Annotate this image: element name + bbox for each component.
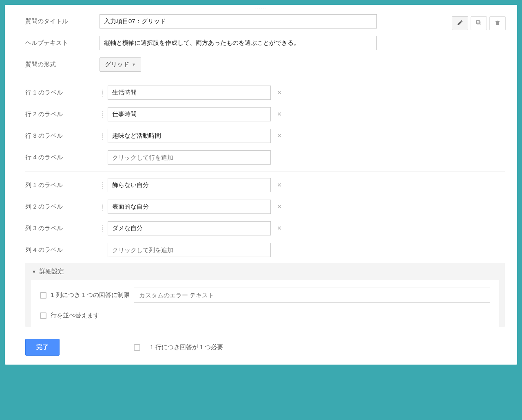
question-type-value: グリッド [105,61,129,68]
col1-label: 列 1 のラベル [25,181,100,189]
shuffle-label: 行を並べ替えます [51,312,100,319]
drag-handle-icon[interactable]: ⋮⋮⋮⋮ [100,205,105,209]
row1-input[interactable] [108,86,271,100]
done-button[interactable]: 完了 [25,339,60,356]
drag-handle-icon[interactable]: ⋮⋮⋮⋮ [100,112,105,117]
col1-input[interactable] [108,178,271,192]
help-text-input[interactable] [100,36,377,50]
copy-icon [476,20,482,27]
add-col-input[interactable] [108,243,271,257]
question-title-label: 質問のタイトル [25,18,100,25]
delete-button[interactable] [489,16,506,30]
row1-label: 行 1 のラベル [25,89,100,97]
row4-label: 行 4 のラベル [25,154,100,161]
caret-down-icon: ▼ [32,269,36,274]
require-one-checkbox[interactable] [134,344,140,351]
row2-input[interactable] [108,107,271,121]
drag-handle-icon[interactable]: ⋮⋮⋮⋮ [100,226,105,231]
question-type-label: 質問の形式 [25,61,100,68]
help-text-label: ヘルプテキスト [25,39,100,47]
col2-input[interactable] [108,200,271,214]
col3-input[interactable] [108,221,271,235]
row3-label: 行 3 のラベル [25,132,100,140]
chevron-down-icon: ▼ [132,62,136,67]
advanced-settings-label: 詳細設定 [40,268,64,275]
drag-handle-icon[interactable]: ⋮⋮⋮⋮ [100,183,105,188]
trash-icon [494,20,501,27]
add-row-input[interactable] [108,150,271,165]
remove-row-button[interactable]: × [276,110,283,119]
drag-handle-icon[interactable]: ⋮⋮⋮⋮ [100,134,105,139]
col4-label: 列 4 のラベル [25,246,100,254]
edit-button[interactable] [452,16,468,30]
pencil-icon [457,20,463,27]
duplicate-button[interactable] [471,16,487,30]
advanced-settings-toggle[interactable]: ▼ 詳細設定 [25,263,505,280]
limit-one-label: 1 列につき 1 つの回答に制限 [51,291,130,299]
panel-drag-handle[interactable]: :::::: [5,5,517,12]
col3-label: 列 3 のラベル [25,224,100,232]
require-one-label: 1 行につき回答が 1 つ必要 [150,343,223,351]
remove-col-button[interactable]: × [276,202,283,211]
row3-input[interactable] [108,129,271,143]
limit-one-checkbox[interactable] [40,292,46,299]
question-title-input[interactable] [100,14,377,29]
error-text-input[interactable] [134,288,490,303]
remove-col-button[interactable]: × [276,224,283,233]
question-type-dropdown[interactable]: グリッド ▼ [100,57,141,72]
divider [25,171,505,172]
row2-label: 行 2 のラベル [25,110,100,118]
col2-label: 列 2 のラベル [25,203,100,211]
toolbar [452,16,506,30]
remove-col-button[interactable]: × [276,181,283,189]
shuffle-checkbox[interactable] [40,312,46,319]
drag-handle-icon[interactable]: ⋮⋮⋮⋮ [100,90,105,95]
remove-row-button[interactable]: × [276,88,283,97]
remove-row-button[interactable]: × [276,132,283,140]
